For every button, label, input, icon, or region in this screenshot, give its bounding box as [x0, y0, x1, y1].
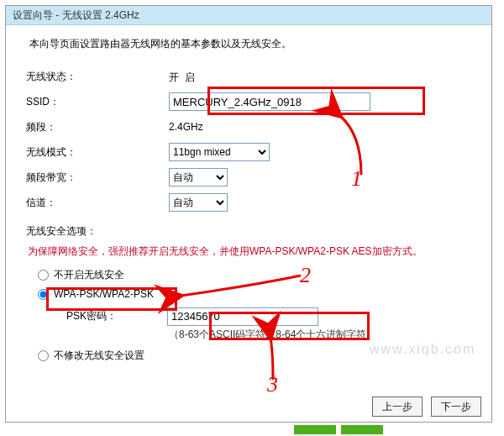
- watermark: www.xiqb.com: [370, 342, 475, 357]
- radio-none[interactable]: [38, 270, 49, 281]
- prev-button[interactable]: 上一步: [372, 397, 423, 417]
- option-wpa-label: WPA-PSK/WPA2-PSK: [54, 288, 154, 300]
- label-band: 频段：: [26, 120, 169, 134]
- next-button[interactable]: 下一步: [431, 397, 481, 417]
- mode-select[interactable]: 11bgn mixed: [169, 143, 270, 161]
- decoration-bar-1: [294, 425, 336, 434]
- decoration-bar-2: [341, 425, 383, 434]
- label-status: 无线状态：: [26, 70, 169, 84]
- security-warning: 为保障网络安全，强烈推荐开启无线安全，并使用WPA-PSK/WPA2-PSK A…: [28, 244, 470, 260]
- option-none[interactable]: 不开启无线安全: [38, 268, 124, 282]
- annotation-num-2: 2: [300, 263, 311, 288]
- bandwidth-select[interactable]: 自动: [169, 168, 228, 186]
- security-title: 无线安全选项：: [26, 224, 471, 239]
- annotation-num-1: 1: [351, 166, 362, 192]
- label-mode: 无线模式：: [26, 145, 169, 160]
- radio-wpa[interactable]: [38, 289, 49, 300]
- option-none-label: 不开启无线安全: [54, 268, 124, 282]
- label-psk: PSK密码：: [66, 309, 167, 323]
- radio-keep[interactable]: [38, 350, 49, 361]
- channel-select[interactable]: 自动: [169, 193, 228, 212]
- button-bar: 上一步 下一步: [372, 397, 481, 417]
- option-keep[interactable]: 不修改无线安全设置: [38, 349, 144, 363]
- psk-input[interactable]: [167, 307, 318, 326]
- option-wpa[interactable]: WPA-PSK/WPA2-PSK: [38, 288, 154, 300]
- label-ssid: SSID：: [26, 95, 169, 109]
- intro-text: 本向导页面设置路由器无线网络的基本参数以及无线安全。: [29, 37, 471, 51]
- window-title: 设置向导 - 无线设置 2.4GHz: [6, 6, 491, 25]
- value-band: 2.4GHz: [169, 121, 203, 133]
- label-bandwidth: 频段带宽：: [26, 171, 169, 185]
- option-keep-label: 不修改无线安全设置: [54, 349, 144, 363]
- value-status: 开 启: [169, 69, 197, 85]
- wizard-window: 设置向导 - 无线设置 2.4GHz 本向导页面设置路由器无线网络的基本参数以及…: [5, 5, 492, 423]
- psk-hint: （8-63个ASCII码字符或8-64个十六进制字符）: [169, 326, 471, 342]
- label-channel: 信道：: [26, 196, 169, 210]
- annotation-num-3: 3: [267, 372, 278, 397]
- window-body: 本向导页面设置路由器无线网络的基本参数以及无线安全。 无线状态： 开 启 SSI…: [6, 25, 491, 377]
- ssid-input[interactable]: [169, 92, 370, 111]
